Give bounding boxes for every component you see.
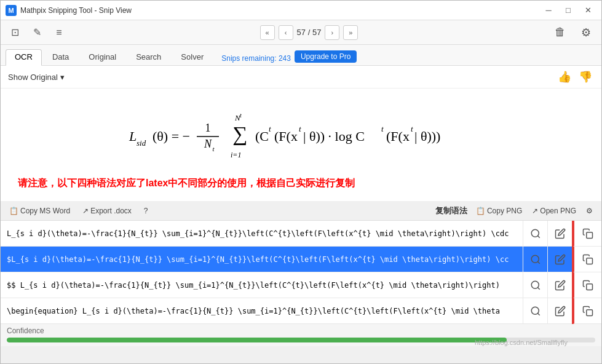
svg-text:N: N	[203, 138, 212, 150]
confidence-fill	[7, 338, 507, 342]
open-png-icon: ↗	[532, 207, 538, 215]
watermark-text: https://blog.csdn.net/Smallflyfly	[475, 339, 568, 346]
formula-svg: L sid (θ) = − 1 N t ∑ i=1 N t (C t (F(x …	[117, 107, 486, 162]
svg-point-24	[531, 229, 539, 237]
svg-text:t: t	[381, 124, 384, 133]
copy-action-panel	[572, 221, 601, 324]
zoom-row-2[interactable]	[523, 247, 547, 272]
tab-solver[interactable]: Solver	[172, 49, 213, 65]
first-page-button[interactable]: «	[260, 25, 275, 40]
svg-rect-22	[587, 283, 593, 290]
copy-icon-3	[582, 280, 593, 291]
confidence-label: Confidence	[7, 326, 595, 335]
copy-row-1[interactable]	[573, 221, 601, 247]
copy-row-4[interactable]	[573, 298, 601, 324]
menu-button[interactable]: ≡	[50, 23, 68, 42]
tab-search[interactable]: Search	[127, 49, 170, 65]
tab-data[interactable]: Data	[43, 49, 78, 65]
thumbs-down-button[interactable]: 👎	[577, 68, 594, 85]
next-page-button[interactable]: ›	[325, 25, 339, 40]
prev-page-button[interactable]: ‹	[279, 25, 293, 40]
svg-text:(θ) = −: (θ) = −	[152, 129, 190, 144]
latex-row-4: \begin{equation} L_{s i d}(\theta)=-\fra…	[1, 298, 601, 324]
copy-png-icon: 📋	[476, 207, 485, 215]
copy-row-3[interactable]	[573, 272, 601, 298]
thumbs-up-button[interactable]: 👍	[556, 68, 573, 85]
copy-icon-2	[582, 254, 593, 265]
svg-text:| θ)) · log C: | θ)) · log C	[303, 129, 365, 144]
svg-line-29	[537, 287, 539, 289]
edit-row-4[interactable]	[548, 298, 572, 324]
copy-icon-4	[582, 306, 593, 317]
edit-row-1[interactable]	[548, 221, 572, 247]
svg-text:| θ))): | θ)))	[414, 129, 440, 144]
png-buttons: 📋 Copy PNG ↗ Open PNG ⚙	[472, 205, 596, 216]
upgrade-button[interactable]: Upgrade to Pro	[295, 50, 357, 63]
export-docx-button[interactable]: ↗ Export .docx	[79, 205, 135, 216]
svg-text:(F(x: (F(x	[274, 129, 298, 144]
crop-button[interactable]: ⊡	[6, 23, 24, 42]
svg-rect-23	[587, 309, 593, 315]
zoom-row-3[interactable]	[523, 272, 547, 298]
edit-icon-2	[555, 254, 566, 265]
edit-button[interactable]: ✎	[28, 23, 46, 42]
show-original-bar: Show Original ▾ 👍 👎	[1, 66, 601, 89]
settings-extra-button[interactable]: ⚙	[582, 205, 596, 216]
maximize-button[interactable]: □	[560, 4, 577, 17]
settings-button[interactable]: ⚙	[576, 23, 596, 42]
close-button[interactable]: ✕	[579, 4, 596, 17]
minimize-button[interactable]: ─	[540, 4, 557, 17]
latex-text-3: $$ L_{s i d}(\theta)=-\frac{1}{N_{t}} \s…	[7, 281, 601, 290]
svg-line-27	[537, 261, 539, 263]
svg-rect-20	[587, 232, 593, 238]
latex-row-3: $$ L_{s i d}(\theta)=-\frac{1}{N_{t}} \s…	[1, 272, 601, 298]
page-info: 57 / 57	[297, 28, 322, 37]
copy-png-button[interactable]: 📋 Copy PNG	[472, 205, 526, 216]
svg-text:sid: sid	[137, 138, 146, 148]
svg-point-30	[531, 307, 539, 314]
trash-button[interactable]: 🗑	[550, 23, 571, 42]
edit-icon-3	[555, 280, 566, 291]
edit-row-3[interactable]	[548, 272, 572, 298]
latex-row-2: $L_{s i d}(\theta)=-\frac{1}{N_{t}} \sum…	[1, 247, 601, 272]
svg-text:i=1: i=1	[231, 151, 241, 159]
app-window: M Mathpix Snipping Tool - Snip View ─ □ …	[0, 0, 602, 364]
toolbar-center: « ‹ 57 / 57 › »	[68, 25, 550, 40]
copy-row-2[interactable]	[573, 247, 601, 272]
title-bar: M Mathpix Snipping Tool - Snip View ─ □ …	[1, 1, 601, 20]
svg-text:∑: ∑	[232, 122, 247, 146]
zoom-icon-2	[530, 254, 541, 265]
chevron-down-icon: ▾	[60, 73, 65, 82]
svg-point-26	[531, 255, 539, 263]
zoom-icon-1	[530, 228, 541, 239]
show-original-toggle[interactable]: Show Original ▾	[8, 73, 65, 82]
copy-icon: 📋	[9, 207, 18, 215]
copy-ms-word-button[interactable]: 📋 Copy MS Word	[6, 205, 74, 216]
latex-text-4: \begin{equation} L_{s i d}(\theta)=-\fra…	[7, 307, 601, 315]
svg-text:t: t	[240, 112, 242, 119]
open-png-button[interactable]: ↗ Open PNG	[528, 205, 580, 216]
help-button[interactable]: ?	[140, 205, 152, 216]
svg-text:t: t	[411, 124, 413, 133]
chinese-notice-text: 请注意，以下四种语法对应了latex中不同部分的使用，根据自己实际进行复制	[18, 172, 589, 195]
zoom-row-4[interactable]	[523, 298, 547, 324]
svg-point-28	[531, 281, 539, 288]
app-icon: M	[6, 5, 17, 16]
last-page-button[interactable]: »	[343, 25, 358, 40]
svg-text:1: 1	[205, 122, 210, 134]
svg-text:L: L	[129, 129, 137, 144]
tab-ocr[interactable]: OCR	[6, 49, 42, 66]
snips-remaining: Snips remaining: 243	[221, 54, 291, 63]
formula-display-area: L sid (θ) = − 1 N t ∑ i=1 N t (C t (F(x …	[1, 89, 601, 201]
copy-label: 复制语法	[435, 205, 467, 216]
svg-line-31	[537, 313, 539, 315]
toolbar-left: ⊡ ✎ ≡	[6, 23, 68, 42]
zoom-icon-3	[530, 280, 541, 291]
toolbar-right: 🗑 ⚙	[550, 23, 596, 42]
tab-original[interactable]: Original	[79, 49, 125, 65]
zoom-row-1[interactable]	[523, 221, 547, 247]
window-controls: ─ □ ✕	[540, 4, 596, 17]
edit-row-2[interactable]	[548, 247, 572, 272]
svg-line-25	[537, 235, 539, 237]
toolbar: ⊡ ✎ ≡ « ‹ 57 / 57 › » 🗑 ⚙	[1, 20, 601, 45]
